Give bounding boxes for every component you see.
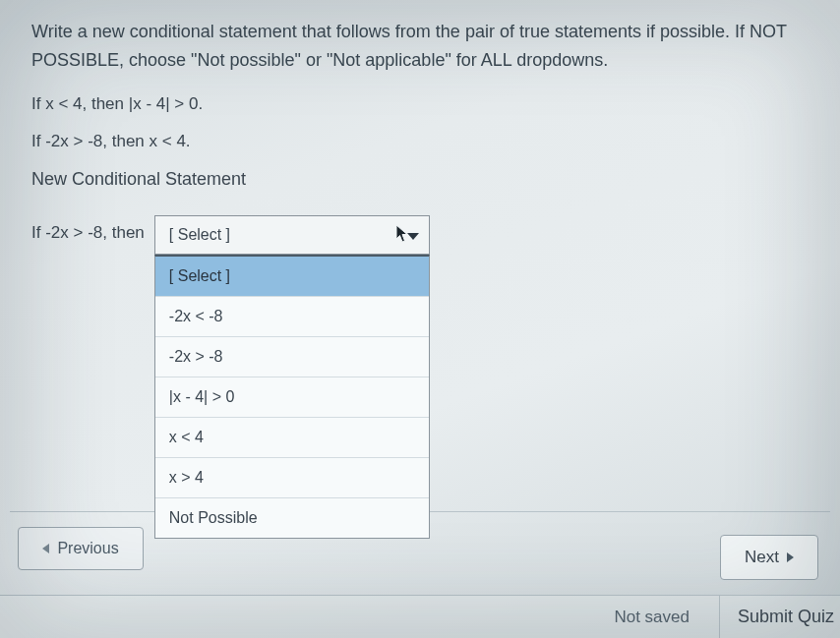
conditional-prefix: If -2x > -8, then — [31, 215, 145, 243]
footer-bar: Not saved Submit Quiz — [0, 595, 840, 638]
option-neg2x-lt-neg8[interactable]: -2x < -8 — [155, 297, 429, 337]
option-select-placeholder[interactable]: [ Select ] — [155, 257, 429, 297]
save-status: Not saved — [614, 608, 690, 627]
submit-quiz-button[interactable]: Submit Quiz — [719, 596, 840, 639]
given-statement-2: If -2x > -8, then x < 4. — [31, 132, 805, 151]
previous-button[interactable]: Previous — [18, 527, 144, 570]
next-button[interactable]: Next — [720, 535, 818, 580]
answer-row: If -2x > -8, then [ Select ] [ Select ] … — [31, 215, 805, 255]
option-x-lt-4[interactable]: x < 4 — [155, 418, 429, 458]
chevron-right-icon — [787, 552, 794, 562]
chevron-left-icon — [42, 544, 49, 553]
given-statement-1: If x < 4, then |x - 4| > 0. — [31, 94, 805, 114]
next-label: Next — [745, 548, 779, 567]
section-label: New Conditional Statement — [31, 169, 805, 190]
combo-caret — [407, 226, 419, 244]
instructions-text: Write a new conditional statement that f… — [31, 18, 805, 75]
select-display[interactable]: [ Select ] — [154, 215, 430, 255]
select-current-value: [ Select ] — [169, 226, 230, 244]
previous-label: Previous — [57, 540, 118, 557]
option-abs-x-minus-4-gt-0[interactable]: |x - 4| > 0 — [155, 377, 429, 418]
option-neg2x-gt-neg8[interactable]: -2x > -8 — [155, 337, 429, 377]
option-x-gt-4[interactable]: x > 4 — [155, 458, 429, 498]
select-dropdown: [ Select ] -2x < -8 -2x > -8 |x - 4| > 0… — [154, 255, 430, 539]
conclusion-select[interactable]: [ Select ] [ Select ] -2x < -8 -2x > -8 … — [154, 215, 430, 255]
chevron-down-icon — [407, 233, 419, 240]
option-not-possible[interactable]: Not Possible — [155, 498, 429, 538]
submit-label: Submit Quiz — [738, 607, 834, 627]
question-panel: Write a new conditional statement that f… — [10, 0, 826, 255]
